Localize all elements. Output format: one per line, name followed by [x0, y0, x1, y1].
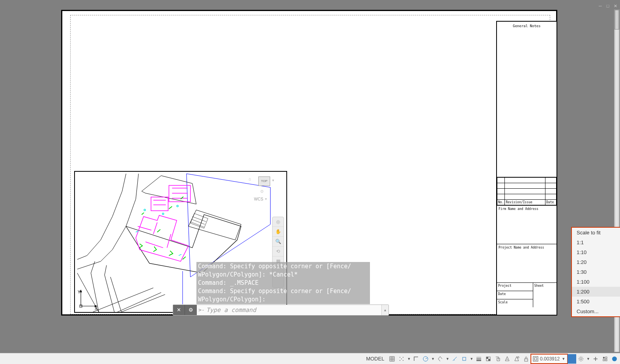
scale-option-1-100[interactable]: 1:100: [572, 277, 620, 287]
svg-point-22: [403, 360, 403, 361]
dropdown-icon[interactable]: ▼: [586, 357, 591, 361]
project-sheet-grid: Project Sheet Date Scale: [497, 282, 557, 307]
svg-point-19: [400, 357, 400, 358]
dropdown-icon[interactable]: ▼: [406, 357, 411, 361]
gear-icon[interactable]: [576, 354, 586, 364]
command-history: Command: Specify opposite corner or [Fen…: [196, 262, 370, 304]
svg-rect-25: [463, 357, 466, 360]
pan-icon[interactable]: ✋: [273, 227, 284, 237]
command-prompt-icon: >-: [197, 305, 206, 315]
svg-line-2: [121, 295, 165, 312]
close-button[interactable]: ✕: [612, 3, 618, 9]
object-snap-icon[interactable]: [459, 354, 469, 364]
history-line: WPolygon/CPolygon]: *Cancel*: [198, 271, 368, 279]
scrollbar-thumb[interactable]: [614, 10, 619, 30]
grid-icon[interactable]: [387, 354, 397, 364]
polar-icon[interactable]: [421, 354, 430, 364]
scale-value: 0.003912: [540, 356, 560, 362]
isolate-icon[interactable]: [600, 354, 610, 364]
svg-line-11: [191, 222, 204, 227]
model-space-toggle[interactable]: MODEL: [363, 354, 387, 364]
svg-rect-33: [525, 359, 528, 361]
clean-screen-icon[interactable]: [610, 354, 619, 364]
annotation-icon[interactable]: [502, 354, 512, 364]
svg-line-10: [192, 219, 205, 225]
annotation-scale-icon[interactable]: [512, 354, 521, 364]
lineweight-icon[interactable]: [474, 354, 484, 364]
rev-no-header: No.: [497, 200, 505, 205]
svg-text:X: X: [95, 306, 97, 310]
history-line: Command: _.MSPACE: [198, 279, 368, 287]
scale-menu: Scale to fit 1:1 1:10 1:20 1:30 1:100 1:…: [572, 228, 620, 316]
osnap-icon[interactable]: [450, 354, 459, 364]
scale-option-1-20[interactable]: 1:20: [572, 257, 620, 267]
scale-option-custom[interactable]: Custom...: [572, 306, 620, 316]
rev-date-header: Date: [545, 200, 557, 205]
svg-rect-40: [605, 359, 607, 361]
drawing-area: ─ □ ✕ General Notes No. Revision/Issue D…: [0, 0, 620, 364]
svg-point-6: [144, 209, 146, 211]
expand-history-button[interactable]: ▴: [381, 305, 388, 315]
svg-rect-37: [603, 357, 605, 358]
rev-revision-header: Revision/Issue: [505, 200, 545, 205]
svg-rect-30: [486, 357, 488, 359]
command-line: ✕ ⚙ >- Type a command ▴: [173, 305, 389, 316]
plus-icon[interactable]: [591, 354, 600, 364]
status-bar: MODEL ▼ ▼ ▼ ▼ 0.003912 ▼ ▼: [0, 353, 620, 364]
view-cube-area: ⌂ TOP ▾ ⊙ WCS ▾: [248, 173, 288, 221]
svg-rect-35: [534, 358, 537, 360]
view-cube[interactable]: TOP: [258, 176, 270, 186]
wcs-dropdown-icon[interactable]: ▾: [265, 197, 267, 201]
dropdown-icon[interactable]: ▼: [445, 357, 450, 361]
firm-section: Firm Name and Address: [497, 205, 557, 244]
view-cube-dropdown-icon[interactable]: ▾: [272, 178, 274, 182]
scale-option-1-200[interactable]: 1:200: [572, 287, 620, 297]
svg-line-9: [192, 217, 206, 222]
svg-point-20: [403, 357, 403, 358]
dropdown-icon[interactable]: ▼: [469, 357, 474, 361]
scale-option-1-10[interactable]: 1:10: [572, 247, 620, 257]
lock-icon[interactable]: [521, 354, 531, 364]
scale-option-1-500[interactable]: 1:500: [572, 297, 620, 306]
snap-icon[interactable]: [397, 354, 406, 364]
minimize-button[interactable]: ─: [597, 3, 603, 9]
scale-option-fit[interactable]: Scale to fit: [572, 228, 620, 238]
close-command-button[interactable]: ✕: [173, 305, 185, 315]
customize-command-button[interactable]: ⚙: [185, 305, 197, 315]
nav-wheel-icon[interactable]: ◎: [273, 217, 284, 227]
svg-point-7: [162, 213, 164, 215]
scale-option-1-30[interactable]: 1:30: [572, 267, 620, 277]
svg-rect-31: [488, 359, 490, 361]
svg-rect-34: [533, 357, 538, 361]
zoom-icon[interactable]: 🔍: [273, 237, 284, 247]
project-label: Project: [497, 282, 533, 291]
general-notes-section: General Notes: [497, 22, 557, 177]
orbit-icon[interactable]: ⟲: [273, 247, 284, 256]
selection-cycling-icon[interactable]: [493, 354, 502, 364]
svg-rect-38: [605, 357, 607, 358]
window-controls: ─ □ ✕: [597, 3, 618, 9]
svg-rect-39: [603, 359, 605, 361]
ucs-icon: Y X: [77, 286, 101, 310]
svg-text:Y: Y: [78, 290, 80, 294]
transparency-icon[interactable]: [484, 354, 493, 364]
compass-icon[interactable]: ⊙: [260, 189, 263, 193]
wcs-label[interactable]: WCS: [254, 197, 263, 201]
svg-point-41: [612, 357, 617, 361]
svg-point-32: [517, 357, 519, 358]
dropdown-icon[interactable]: ▼: [430, 357, 435, 361]
sheet-label: Sheet: [533, 282, 557, 307]
scale-option-1-1[interactable]: 1:1: [572, 238, 620, 247]
history-line: WPolygon/CPolygon]:: [198, 295, 368, 304]
project-address-section: Project Name and Address: [497, 244, 557, 282]
workspace-icon[interactable]: [568, 354, 576, 364]
home-icon[interactable]: ⌂: [248, 176, 251, 181]
history-line: Command: Specify opposite corner or [Fen…: [198, 262, 368, 271]
maximize-button[interactable]: □: [605, 3, 611, 9]
svg-point-23: [401, 358, 402, 359]
isodraft-icon[interactable]: [435, 354, 445, 364]
viewport-scale-button[interactable]: 0.003912 ▼: [531, 354, 568, 364]
ortho-icon[interactable]: [411, 354, 421, 364]
svg-line-1: [118, 293, 161, 312]
command-input[interactable]: Type a command: [206, 305, 381, 315]
